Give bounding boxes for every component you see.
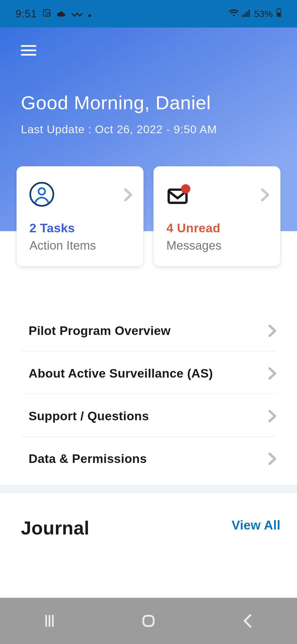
link-label: Support / Questions [29, 409, 149, 423]
image-icon [42, 8, 51, 20]
svg-rect-5 [246, 11, 248, 17]
signal-icon [242, 9, 251, 19]
link-data-permissions[interactable]: Data & Permissions [21, 437, 276, 479]
links-list: Pilot Program Overview About Active Surv… [21, 309, 276, 479]
svg-rect-0 [43, 10, 50, 16]
unread-count: 4 Unread [166, 221, 269, 235]
section-divider [0, 485, 297, 493]
journal-title: Journal [21, 517, 89, 539]
battery-icon [276, 8, 282, 19]
summary-cards: 2 Tasks Action Items 4 Unread Messages [16, 166, 280, 266]
chevron-right-icon [268, 325, 276, 337]
user-icon [29, 182, 54, 208]
svg-rect-3 [242, 15, 243, 17]
last-update-text: Last Update : Oct 26, 2022 - 9:50 AM [21, 123, 276, 136]
link-support[interactable]: Support / Questions [21, 394, 276, 437]
link-pilot-program[interactable]: Pilot Program Overview [21, 309, 276, 351]
svg-point-1 [45, 11, 46, 12]
chevron-right-icon [268, 367, 276, 380]
chevron-right-icon [124, 189, 132, 201]
svg-rect-6 [249, 10, 250, 17]
greeting-text: Good Morning, Daniel [21, 92, 276, 114]
main-content: Pilot Program Overview About Active Surv… [0, 231, 297, 644]
tasks-count: 2 Tasks [29, 221, 132, 235]
svg-rect-8 [278, 8, 280, 9]
recent-apps-button[interactable] [22, 607, 77, 635]
wifi-icon [229, 9, 239, 19]
link-label: Pilot Program Overview [29, 324, 170, 338]
status-right: 53% [229, 8, 282, 19]
chevron-right-icon [268, 410, 276, 422]
mail-notification-icon [166, 182, 191, 208]
cloud-icon [57, 8, 66, 20]
dot-icon [88, 8, 91, 20]
tasks-label: Action Items [29, 239, 132, 252]
status-left: 9:51 [15, 8, 91, 20]
status-bar: 9:51 53% [0, 0, 297, 28]
link-label: Data & Permissions [29, 452, 147, 466]
unread-label: Messages [166, 239, 269, 252]
svg-rect-4 [244, 13, 246, 17]
svg-rect-9 [277, 13, 280, 16]
back-button[interactable] [220, 607, 275, 635]
svg-point-2 [88, 14, 91, 17]
link-label: About Active Surveillance (AS) [29, 366, 213, 381]
link-about-as[interactable]: About Active Surveillance (AS) [21, 351, 276, 394]
system-nav-bar [0, 598, 297, 644]
status-time: 9:51 [15, 8, 37, 20]
hamburger-icon[interactable] [21, 41, 36, 59]
chevron-right-icon [261, 189, 269, 201]
tasks-card[interactable]: 2 Tasks Action Items [16, 166, 144, 266]
chevron-right-icon [268, 453, 276, 465]
journal-header: Journal View All [0, 493, 297, 539]
svg-rect-17 [143, 616, 153, 626]
battery-percent: 53% [254, 9, 273, 19]
zigzag-icon [72, 8, 82, 20]
view-all-button[interactable]: View All [232, 518, 280, 533]
home-button[interactable] [121, 607, 176, 635]
svg-point-13 [181, 184, 190, 193]
unread-card[interactable]: 4 Unread Messages [153, 166, 280, 266]
